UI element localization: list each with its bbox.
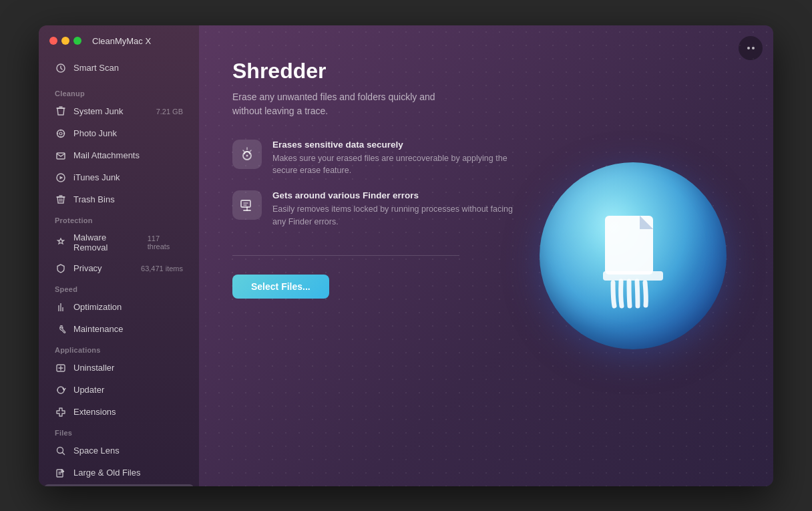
sidebar-label-uninstaller: Uninstaller: [73, 363, 114, 373]
page-title: Shredder: [232, 59, 513, 83]
uninstaller-icon: [55, 362, 67, 374]
svg-rect-18: [241, 200, 250, 207]
sidebar-item-large-old-files[interactable]: Large & Old Files: [44, 462, 194, 484]
system-junk-icon: [55, 106, 67, 118]
sidebar-item-shredder[interactable]: Shredder: [44, 484, 194, 486]
main-content: Shredder Erase any unwanted files and fo…: [199, 25, 773, 486]
itunes-icon: [55, 172, 67, 184]
app-window: CleanMyMac X Smart Scan Cleanup: [39, 25, 773, 486]
svg-point-2: [59, 132, 62, 135]
sidebar-label-smart-scan: Smart Scan: [73, 63, 119, 73]
feature-item-finder-errors: Gets around various Finder errors Easily…: [232, 190, 513, 228]
sidebar-label-trash-bins: Trash Bins: [73, 194, 115, 204]
sidebar-label-privacy: Privacy: [73, 263, 102, 273]
sidebar-label-large-old-files: Large & Old Files: [73, 468, 140, 478]
section-label-speed: Speed: [39, 280, 199, 296]
finder-icon: [238, 196, 256, 214]
section-label-cleanup: Cleanup: [39, 84, 199, 100]
content-left: Shredder Erase any unwanted files and fo…: [232, 52, 513, 460]
feature-text-finder-errors: Gets around various Finder errors Easily…: [272, 190, 513, 228]
sidebar-label-updater: Updater: [73, 385, 104, 395]
sidebar-item-mail-attachments[interactable]: Mail Attachments: [44, 145, 194, 166]
secure-icon-wrap: [232, 140, 262, 169]
smart-scan-icon: [55, 62, 67, 74]
feature-title-secure-erase: Erases sensitive data securely: [272, 140, 513, 150]
sidebar-item-itunes-junk[interactable]: iTunes Junk: [44, 167, 194, 188]
titlebar: CleanMyMac X: [39, 25, 199, 54]
content-area: Shredder Erase any unwanted files and fo…: [232, 52, 740, 460]
extensions-icon: [55, 406, 67, 418]
select-files-button[interactable]: Select Files...: [232, 275, 329, 299]
badge-privacy: 63,471 items: [141, 265, 183, 273]
space-lens-icon: [55, 445, 67, 457]
page-subtitle: Erase any unwanted files and folders qui…: [232, 90, 459, 118]
sidebar-nav: Smart Scan Cleanup System Junk 7.21 GB: [39, 54, 199, 486]
sidebar-label-photo-junk: Photo Junk: [73, 128, 117, 138]
traffic-lights: [49, 37, 81, 45]
sidebar-item-privacy[interactable]: Privacy 63,471 items: [44, 258, 194, 279]
sidebar-item-maintenance[interactable]: Maintenance: [44, 319, 194, 340]
shredder-main-icon: [580, 202, 686, 309]
minimize-button[interactable]: [61, 37, 69, 45]
divider: [232, 255, 459, 256]
secure-icon: [238, 145, 256, 164]
feature-desc-secure-erase: Makes sure your erased files are unrecov…: [272, 152, 513, 178]
sidebar-label-mail-attachments: Mail Attachments: [73, 150, 140, 160]
sidebar-item-space-lens[interactable]: Space Lens: [44, 440, 194, 462]
sidebar-label-extensions: Extensions: [73, 407, 116, 417]
sidebar-item-extensions[interactable]: Extensions: [44, 401, 194, 423]
more-dot-1: [747, 47, 750, 49]
section-label-files: Files: [39, 423, 199, 440]
sidebar: CleanMyMac X Smart Scan Cleanup: [39, 25, 199, 486]
sidebar-item-photo-junk[interactable]: Photo Junk: [44, 123, 194, 144]
sidebar-item-uninstaller[interactable]: Uninstaller: [44, 357, 194, 379]
sidebar-item-trash-bins[interactable]: Trash Bins: [44, 189, 194, 210]
badge-system-junk: 7.21 GB: [156, 108, 183, 116]
app-title: CleanMyMac X: [92, 36, 151, 46]
sidebar-label-system-junk: System Junk: [73, 106, 123, 116]
more-options-button[interactable]: [739, 36, 763, 60]
svg-rect-20: [603, 271, 663, 281]
sidebar-item-optimization[interactable]: Optimization: [44, 297, 194, 318]
trash-icon: [55, 194, 67, 206]
sidebar-label-malware-removal: Malware Removal: [73, 232, 141, 252]
photo-junk-icon: [55, 128, 67, 140]
malware-icon: [55, 236, 67, 248]
feature-text-secure-erase: Erases sensitive data securely Makes sur…: [272, 140, 513, 178]
sidebar-item-smart-scan[interactable]: Smart Scan: [44, 57, 194, 79]
large-files-icon: [55, 467, 67, 479]
svg-rect-14: [57, 470, 63, 477]
maximize-button[interactable]: [73, 37, 81, 45]
feature-desc-finder-errors: Easily removes items locked by running p…: [272, 203, 513, 228]
svg-point-1: [57, 130, 65, 137]
sidebar-label-itunes-junk: iTunes Junk: [73, 172, 120, 182]
updater-icon: [55, 384, 67, 396]
svg-rect-19: [605, 216, 653, 275]
svg-point-17: [246, 154, 248, 156]
sidebar-label-optimization: Optimization: [73, 302, 122, 312]
feature-list: Erases sensitive data securely Makes sur…: [232, 140, 513, 228]
finder-icon-wrap: [232, 190, 262, 220]
optimization-icon: [55, 301, 67, 313]
sidebar-item-system-junk[interactable]: System Junk 7.21 GB: [44, 101, 194, 122]
section-label-protection: Protection: [39, 211, 199, 227]
maintenance-icon: [55, 323, 67, 335]
sidebar-item-malware-removal[interactable]: Malware Removal 117 threats: [44, 228, 194, 257]
sidebar-label-maintenance: Maintenance: [73, 324, 123, 334]
shredder-sphere: [540, 162, 727, 349]
feature-item-secure-erase: Erases sensitive data securely Makes sur…: [232, 140, 513, 178]
sidebar-item-updater[interactable]: Updater: [44, 379, 194, 401]
section-label-applications: Applications: [39, 341, 199, 357]
header-bar: [739, 36, 763, 60]
more-dot-2: [752, 47, 755, 49]
privacy-icon: [55, 263, 67, 275]
content-right: [526, 52, 740, 460]
feature-title-finder-errors: Gets around various Finder errors: [272, 190, 513, 200]
mail-icon: [55, 150, 67, 162]
close-button[interactable]: [49, 37, 57, 45]
badge-malware: 117 threats: [148, 234, 183, 250]
sidebar-label-space-lens: Space Lens: [73, 446, 120, 456]
